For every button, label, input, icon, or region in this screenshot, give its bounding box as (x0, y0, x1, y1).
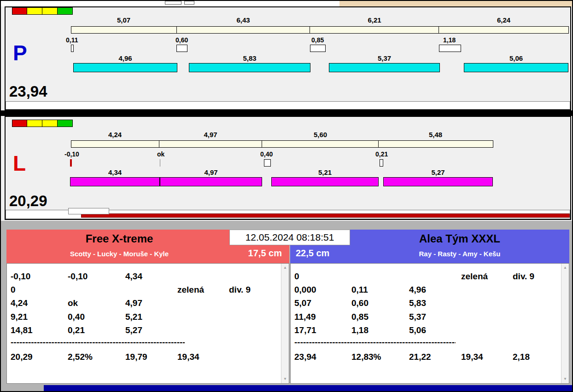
flyball-timing-app: P 5,07 6,43 6,21 6,24 0,11 0,60 0,85 1,1… (0, 0, 573, 392)
traffic-light-yellow2-icon (42, 7, 58, 15)
run-time-bar (329, 63, 440, 72)
right-team-name: Alea Tým XXXL (350, 231, 569, 247)
lane-l-panel: L 4,24 4,97 5,60 5,48 -0,10 ok 0,40 0,21… (5, 116, 571, 220)
table-cell: 4,96 (409, 283, 426, 296)
exchange-marker-box (71, 45, 74, 52)
exchange-time-label: 0,21 (375, 150, 388, 158)
lane-total-time: 23,94 (9, 84, 47, 99)
table-row: 0 zelená div. 9 (7, 283, 281, 296)
right-jump-height-badge: 22,5 cm (296, 248, 329, 259)
datetime-display: 12.05.2024 08:18:51 (229, 230, 350, 245)
table-cell: 0,21 (68, 323, 85, 337)
exchange-marker-box (380, 159, 383, 167)
separator-line: ----------------------------------------… (294, 337, 456, 348)
cumulative-time-label: 6,24 (439, 16, 568, 24)
table-cell: div. 9 (513, 270, 534, 283)
scroll-up-icon[interactable]: ▲ (561, 264, 569, 271)
cumulative-time-label: 4,24 (71, 131, 159, 138)
run-time-bar (160, 177, 262, 186)
table-cell: 1,18 (351, 323, 368, 337)
left-results-table: -0,10 -0,10 4,34 0 zelená div. 9 4,24 ok… (6, 263, 289, 384)
lane-total-time: 20,29 (9, 193, 47, 208)
scroll-up-icon[interactable]: ▲ (281, 264, 289, 271)
left-team-lineup: Scotty - Lucky - Moruše - Kyle (6, 249, 232, 259)
scroll-down-icon[interactable]: ▼ (561, 375, 569, 383)
run-time-label: 5,37 (329, 54, 440, 62)
cumulative-segment (71, 141, 159, 147)
table-row: 0,000 0,11 4,96 (291, 283, 561, 296)
table-cell: 19,34 (177, 350, 199, 363)
table-cell: 0 (11, 283, 16, 296)
left-jump-height-badge: 17,5 cm (248, 248, 282, 259)
table-cell: 0 (294, 270, 299, 283)
table-cell: 5,27 (125, 323, 142, 337)
table-cell: 4,97 (125, 296, 142, 310)
exchange-time-label: ok (157, 150, 164, 158)
table-row: 4,24 ok 4,97 (7, 296, 281, 310)
race-progress-bar (81, 213, 570, 218)
table-cell: 11,49 (294, 310, 316, 323)
table-cell: zelená (177, 283, 204, 296)
lane-p-panel: P 5,07 6,43 6,21 6,24 0,11 0,60 0,85 1,1… (5, 6, 571, 110)
background-tab (165, 1, 181, 5)
cumulative-segment (379, 141, 493, 147)
totals-row: 20,29 2,52% 19,79 19,34 (7, 350, 281, 363)
table-row: 14,81 0,21 5,27 (7, 323, 281, 337)
traffic-light-yellow1-icon (27, 7, 42, 15)
table-cell: 9,21 (11, 310, 28, 323)
scrollbar[interactable]: ▲ ▼ (561, 264, 569, 383)
table-cell: 5,83 (409, 296, 426, 310)
cumulative-time-label: 6,43 (176, 16, 310, 24)
table-cell: 0,60 (351, 296, 368, 310)
cumulative-split-bar (71, 140, 493, 148)
table-cell: -0,10 (68, 270, 88, 283)
table-cell: 2,52% (68, 350, 93, 363)
table-cell: 19,34 (461, 350, 483, 363)
exchange-marker-box (176, 45, 187, 52)
lane-letter: P (13, 42, 27, 63)
traffic-light-yellow1-icon (27, 120, 42, 127)
run-time-label: 4,34 (70, 168, 160, 176)
traffic-light-red-icon (12, 120, 27, 127)
cumulative-time-label: 5,60 (262, 131, 379, 138)
ok-exchange-tick (160, 159, 160, 167)
table-cell: 0,40 (68, 310, 85, 323)
scrollbar[interactable]: ▲ ▼ (281, 264, 289, 383)
table-cell: 23,94 (294, 350, 316, 363)
run-time-label: 5,06 (464, 54, 568, 62)
left-team-name: Free X-treme (6, 231, 232, 247)
table-cell: 19,79 (125, 350, 147, 363)
cumulative-segment (177, 27, 310, 33)
table-cell: 5,07 (294, 296, 311, 310)
exchange-time-label: 0,11 (66, 36, 78, 44)
scroll-down-icon[interactable]: ▼ (281, 375, 289, 383)
cumulative-segment (439, 27, 568, 33)
table-cell: 5,37 (409, 310, 426, 323)
table-cell: 2,18 (513, 350, 530, 363)
exchange-time-label: 1,18 (443, 36, 456, 44)
table-row: 11,49 0,85 5,37 (291, 310, 561, 323)
table-row: -0,10 -0,10 4,34 (7, 270, 281, 283)
exchange-time-label: 0,60 (175, 36, 188, 44)
cumulative-time-label: 4,97 (159, 131, 262, 138)
run-time-bar (271, 177, 379, 186)
run-time-bar (189, 63, 310, 72)
table-cell: 14,81 (11, 323, 33, 337)
table-row: 17,71 1,18 5,06 (291, 323, 561, 337)
exchange-time-label: 0,40 (260, 150, 273, 158)
panel-separator (1, 110, 572, 116)
run-time-bar (383, 177, 493, 186)
table-cell: 17,71 (294, 323, 316, 337)
run-time-bar (73, 63, 177, 72)
table-cell: 5,06 (409, 323, 426, 337)
run-time-label: 5,83 (189, 54, 310, 62)
table-cell: div. 9 (229, 283, 251, 296)
table-cell: 20,29 (11, 350, 33, 363)
table-row: 9,21 0,40 5,21 (7, 310, 281, 323)
right-results-table: 0 zelená div. 9 0,000 0,11 4,96 5,07 0,6… (290, 263, 569, 384)
exchange-time-label: -0,10 (64, 150, 79, 158)
cumulative-split-bar (71, 26, 569, 34)
bottom-blue-bar (44, 385, 572, 391)
table-cell: 4,24 (11, 296, 28, 310)
traffic-light-green-icon (58, 7, 73, 15)
